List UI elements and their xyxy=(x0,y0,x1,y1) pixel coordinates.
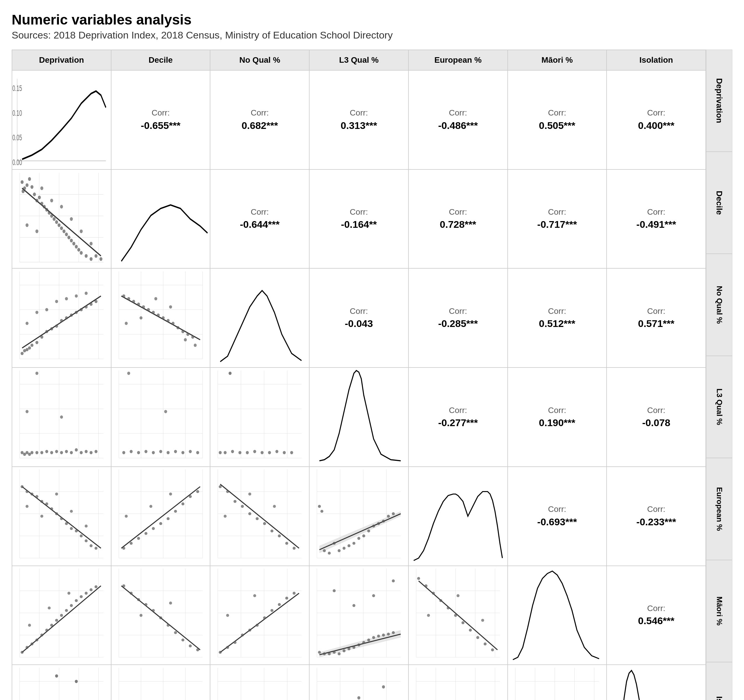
svg-point-49 xyxy=(50,199,53,202)
cell-r7c5 xyxy=(408,665,508,700)
svg-point-143 xyxy=(80,451,83,454)
corr-r1c3-value: 0.682*** xyxy=(242,119,278,133)
svg-point-131 xyxy=(26,451,28,454)
svg-point-283 xyxy=(328,551,331,554)
svg-point-72 xyxy=(50,327,53,330)
svg-point-147 xyxy=(35,372,38,375)
svg-point-214 xyxy=(80,534,83,537)
svg-point-295 xyxy=(387,515,390,518)
corr-r1c2-value: -0.655*** xyxy=(141,119,181,133)
svg-point-163 xyxy=(152,451,155,454)
cell-r3c6: Corr: 0.512*** xyxy=(508,268,607,367)
svg-point-357 xyxy=(219,651,222,654)
svg-point-239 xyxy=(167,517,170,520)
svg-point-66 xyxy=(26,348,28,351)
svg-point-340 xyxy=(159,616,162,619)
svg-point-184 xyxy=(246,451,249,454)
svg-point-34 xyxy=(62,229,65,233)
svg-point-259 xyxy=(241,505,244,508)
svg-point-342 xyxy=(174,631,177,634)
page: Numeric variables analysis Sources: 2018… xyxy=(0,0,744,700)
svg-text:0.05: 0.05 xyxy=(12,133,22,142)
row-labels-right: Deprivation Decile No Qual % L3 Qual % E… xyxy=(706,50,732,700)
svg-point-48 xyxy=(40,186,43,190)
svg-point-418 xyxy=(476,636,479,639)
matrix-grid: Deprivation Decile No Qual % L3 Qual % E… xyxy=(12,50,706,700)
corr-r1c6: Corr: 0.505*** xyxy=(539,107,575,132)
svg-point-170 xyxy=(127,372,130,375)
svg-point-86 xyxy=(65,297,68,300)
svg-point-22 xyxy=(33,193,36,196)
svg-point-320 xyxy=(85,592,88,594)
svg-point-133 xyxy=(30,451,33,454)
cell-r1c1: 0.00 0.05 0.10 0.15 xyxy=(12,70,111,169)
svg-line-232 xyxy=(121,486,200,548)
svg-point-346 xyxy=(140,614,142,617)
svg-point-525 xyxy=(382,685,385,689)
corr-r1c3: Corr: 0.682*** xyxy=(242,107,278,132)
svg-point-233 xyxy=(122,547,125,550)
svg-point-51 xyxy=(70,217,73,221)
cell-r2c5: Corr: 0.728*** xyxy=(408,169,508,269)
svg-point-219 xyxy=(40,515,43,518)
svg-point-215 xyxy=(85,539,88,542)
svg-point-28 xyxy=(48,211,51,215)
svg-point-369 xyxy=(253,594,256,597)
svg-point-183 xyxy=(239,451,242,454)
svg-point-389 xyxy=(362,641,365,644)
svg-point-216 xyxy=(89,544,92,547)
svg-point-421 xyxy=(427,614,430,617)
svg-point-359 xyxy=(234,641,237,644)
svg-point-164 xyxy=(159,450,162,453)
svg-point-159 xyxy=(122,451,125,454)
svg-point-319 xyxy=(80,595,83,598)
svg-point-104 xyxy=(147,308,150,312)
svg-point-45 xyxy=(100,257,103,261)
svg-point-284 xyxy=(333,542,336,545)
svg-point-39 xyxy=(75,245,77,248)
cell-r2c1 xyxy=(12,169,111,269)
svg-text:0.15: 0.15 xyxy=(12,84,22,93)
svg-point-368 xyxy=(226,614,229,617)
cell-r7c2 xyxy=(111,665,210,700)
svg-point-211 xyxy=(65,522,68,525)
svg-point-24 xyxy=(38,195,41,199)
svg-point-36 xyxy=(67,236,70,239)
row-label-right-1: Decile xyxy=(706,152,732,254)
svg-point-322 xyxy=(95,585,97,588)
svg-point-137 xyxy=(50,451,53,454)
svg-point-308 xyxy=(26,646,28,649)
svg-point-166 xyxy=(174,450,177,453)
svg-point-209 xyxy=(55,512,58,515)
svg-point-18 xyxy=(26,183,28,187)
svg-point-84 xyxy=(45,308,48,312)
svg-point-265 xyxy=(285,542,288,545)
svg-point-117 xyxy=(169,305,172,309)
cell-r3c5: Corr: -0.285*** xyxy=(408,268,508,367)
svg-point-316 xyxy=(65,609,68,612)
svg-point-141 xyxy=(70,451,73,454)
svg-point-88 xyxy=(85,292,88,295)
svg-point-417 xyxy=(469,629,472,632)
svg-point-52 xyxy=(80,229,83,233)
svg-point-264 xyxy=(278,534,281,537)
svg-point-113 xyxy=(191,336,194,339)
svg-point-168 xyxy=(189,450,192,453)
cell-r2c3: Corr: -0.644*** xyxy=(210,169,309,269)
corr-r1c7-value: 0.400*** xyxy=(638,119,674,133)
svg-point-30 xyxy=(52,217,55,221)
svg-point-29 xyxy=(50,214,53,218)
cell-r4c5: Corr: -0.277*** xyxy=(408,367,508,467)
svg-point-169 xyxy=(196,451,199,454)
svg-point-261 xyxy=(256,517,259,520)
svg-point-77 xyxy=(75,311,77,314)
svg-point-286 xyxy=(342,547,345,550)
col-header-0: Deprivation xyxy=(12,50,111,70)
svg-point-42 xyxy=(85,254,88,258)
cell-r1c6: Corr: 0.505*** xyxy=(508,70,607,169)
page-subtitle: Sources: 2018 Deprivation Index, 2018 Ce… xyxy=(12,30,732,41)
svg-point-256 xyxy=(219,485,222,488)
svg-point-337 xyxy=(137,598,140,601)
cell-r1c2: Corr: -0.655*** xyxy=(111,70,210,169)
cell-r1c5: Corr: -0.486*** xyxy=(408,70,508,169)
